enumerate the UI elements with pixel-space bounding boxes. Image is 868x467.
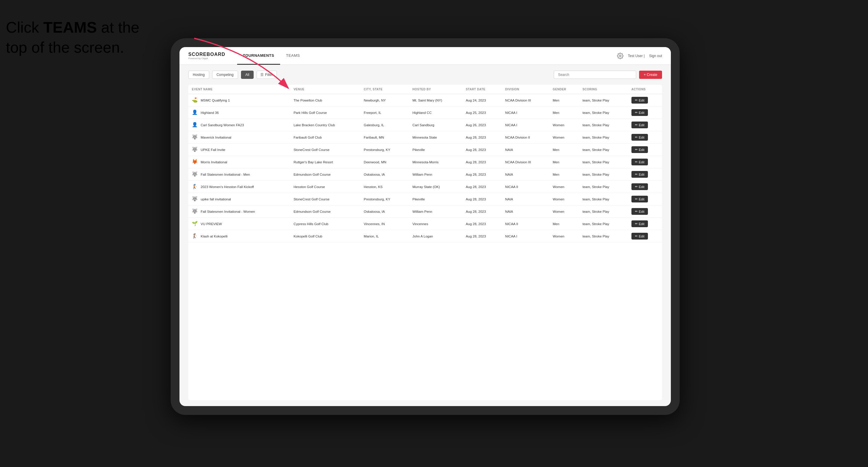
pencil-icon: ✏ [635, 148, 638, 152]
cell-venue: Park Hills Golf Course [290, 106, 361, 119]
cell-gender: Women [549, 181, 579, 193]
pencil-icon: ✏ [635, 234, 638, 238]
logo-title: SCOREBOARD [188, 52, 225, 57]
cell-start-date: Aug 24, 2023 [462, 94, 502, 106]
cell-hosted-by: Carl Sandburg [409, 119, 462, 131]
team-icon: 🐺 [192, 196, 198, 203]
pencil-icon: ✏ [635, 173, 638, 176]
cell-event-name: 🐺 upike fall invitational [188, 193, 290, 206]
edit-button[interactable]: ✏ Edit [631, 233, 648, 240]
table-row: 👤 Carl Sandburg Women FA23 Lake Bracken … [188, 119, 662, 131]
team-icon: 🐺 [192, 208, 198, 215]
cell-division: NICAA I [502, 106, 549, 119]
cell-division: NAIA [502, 193, 549, 206]
cell-hosted-by: Vincennes [409, 218, 462, 230]
event-name-text: Klash at Kokopelli [201, 235, 227, 238]
edit-button[interactable]: ✏ Edit [631, 159, 648, 165]
cell-city: Prestonsburg, KY [360, 144, 409, 156]
cell-actions: ✏ Edit [628, 193, 662, 206]
cell-start-date: Aug 28, 2023 [462, 218, 502, 230]
cell-venue: Ruttger's Bay Lake Resort [290, 156, 361, 168]
pencil-icon: ✏ [635, 135, 638, 139]
table-row: ⛳ MSMC Qualifying 1 The Powelton Club Ne… [188, 94, 662, 106]
cell-scoring: team, Stroke Play [579, 156, 628, 168]
competing-filter-btn[interactable]: Competing [212, 71, 238, 79]
cell-city: Galesburg, IL [360, 119, 409, 131]
cell-scoring: team, Stroke Play [579, 181, 628, 193]
edit-button[interactable]: ✏ Edit [631, 208, 648, 215]
edit-button[interactable]: ✏ Edit [631, 109, 648, 116]
search-input[interactable] [554, 71, 636, 79]
cell-actions: ✏ Edit [628, 144, 662, 156]
table-row: 🐺 Maverick Invitational Faribault Golf C… [188, 131, 662, 144]
main-content: Hosting Competing All ☰ Filter + Create … [180, 65, 671, 406]
nav-tab-teams[interactable]: TEAMS [280, 47, 306, 65]
logo-sub: Powered by Clippit [188, 57, 225, 60]
table-row: 🏌 2023 Women's Hesston Fall Kickoff Hess… [188, 181, 662, 193]
tournaments-table-wrapper: EVENT NAME VENUE CITY, STATE HOSTED BY S… [188, 85, 662, 400]
cell-venue: Edmundson Golf Course [290, 206, 361, 218]
pencil-icon: ✏ [635, 98, 638, 102]
pencil-icon: ✏ [635, 160, 638, 164]
settings-icon[interactable] [617, 53, 623, 59]
cell-event-name: 🌱 VU PREVIEW [188, 218, 290, 230]
edit-button[interactable]: ✏ Edit [631, 183, 648, 190]
event-name-text: Carl Sandburg Women FA23 [201, 123, 244, 127]
edit-button[interactable]: ✏ Edit [631, 97, 648, 103]
signout-link[interactable]: Sign out [649, 54, 662, 58]
edit-button[interactable]: ✏ Edit [631, 134, 648, 141]
edit-button[interactable]: ✏ Edit [631, 146, 648, 153]
filter-bar: Hosting Competing All ☰ Filter + Create [188, 71, 662, 79]
col-start-date: START DATE [462, 85, 502, 94]
cell-start-date: Aug 28, 2023 [462, 230, 502, 243]
col-actions: ACTIONS [628, 85, 662, 94]
cell-city: Prestonsburg, KY [360, 193, 409, 206]
cell-city: Hesston, KS [360, 181, 409, 193]
pencil-icon: ✏ [635, 123, 638, 127]
cell-start-date: Aug 25, 2023 [462, 106, 502, 119]
table-row: 🐺 Fall Statesmen Invitational - Women Ed… [188, 206, 662, 218]
team-icon: 🐺 [192, 171, 198, 178]
cell-city: Oskaloosa, IA [360, 206, 409, 218]
hosting-filter-btn[interactable]: Hosting [188, 71, 209, 79]
all-filter-btn[interactable]: All [241, 71, 254, 79]
event-name-text: Maverick Invitational [201, 136, 231, 139]
cell-gender: Women [549, 230, 579, 243]
team-icon: 🏌 [192, 184, 198, 190]
event-name-text: Fall Statesmen Invitational - Men [201, 173, 250, 176]
event-name-text: upike fall invitational [201, 197, 231, 201]
edit-button[interactable]: ✏ Edit [631, 122, 648, 128]
cell-venue: Edmundson Golf Course [290, 168, 361, 181]
edit-button[interactable]: ✏ Edit [631, 196, 648, 203]
team-icon: 👤 [192, 110, 198, 116]
cell-city: Oskaloosa, IA [360, 168, 409, 181]
cell-start-date: Aug 28, 2023 [462, 193, 502, 206]
cell-gender: Men [549, 94, 579, 106]
cell-venue: Faribault Golf Club [290, 131, 361, 144]
team-icon: 🦊 [192, 159, 198, 165]
cell-scoring: team, Stroke Play [579, 94, 628, 106]
cell-gender: Men [549, 218, 579, 230]
cell-gender: Women [549, 131, 579, 144]
edit-button[interactable]: ✏ Edit [631, 171, 648, 178]
cell-scoring: team, Stroke Play [579, 218, 628, 230]
cell-city: Newburgh, NY [360, 94, 409, 106]
cell-event-name: 🐺 Maverick Invitational [188, 131, 290, 144]
event-name-text: Fall Statesmen Invitational - Women [201, 210, 255, 213]
table-row: 🦊 Morris Invitational Ruttger's Bay Lake… [188, 156, 662, 168]
pencil-icon: ✏ [635, 111, 638, 115]
edit-button[interactable]: ✏ Edit [631, 220, 648, 227]
cell-event-name: 👤 Highland 36 [188, 106, 290, 119]
filter-options-btn[interactable]: ☰ Filter [256, 71, 277, 79]
cell-venue: Kokopelli Golf Club [290, 230, 361, 243]
cell-hosted-by: Mt. Saint Mary (NY) [409, 94, 462, 106]
cell-scoring: team, Stroke Play [579, 144, 628, 156]
cell-start-date: Aug 26, 2023 [462, 119, 502, 131]
nav-tab-tournaments[interactable]: TOURNAMENTS [237, 47, 280, 65]
cell-division: NICAA I [502, 119, 549, 131]
cell-division: NAIA [502, 144, 549, 156]
cell-hosted-by: William Penn [409, 168, 462, 181]
col-city-state: CITY, STATE [360, 85, 409, 94]
create-btn[interactable]: + Create [639, 71, 662, 79]
cell-hosted-by: Minnesota State [409, 131, 462, 144]
